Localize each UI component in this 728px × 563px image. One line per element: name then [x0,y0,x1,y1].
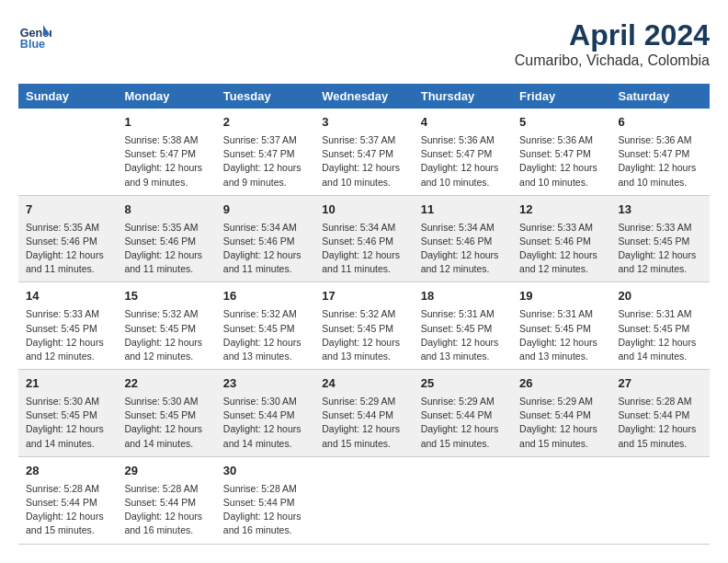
day-number: 1 [124,114,208,132]
calendar-cell [512,456,610,544]
day-number: 26 [519,375,603,393]
logo: General Blue [18,18,51,52]
day-info: Sunrise: 5:28 AMSunset: 5:44 PMDaylight:… [26,482,109,538]
calendar-cell: 20Sunrise: 5:31 AMSunset: 5:45 PMDayligh… [611,282,710,370]
weekday-header: Sunday [18,84,117,109]
day-info: Sunrise: 5:38 AMSunset: 5:47 PMDaylight:… [124,133,208,190]
day-info: Sunrise: 5:34 AMSunset: 5:46 PMDaylight:… [322,221,405,277]
calendar-cell: 15Sunrise: 5:32 AMSunset: 5:45 PMDayligh… [117,282,215,370]
calendar-cell: 12Sunrise: 5:33 AMSunset: 5:46 PMDayligh… [512,195,610,282]
weekday-header: Monday [117,84,215,109]
day-info: Sunrise: 5:33 AMSunset: 5:45 PMDaylight:… [619,221,702,277]
calendar-week-row: 14Sunrise: 5:33 AMSunset: 5:45 PMDayligh… [18,282,710,370]
calendar-cell [611,456,710,544]
page-title: April 2024 [515,18,710,52]
weekday-header: Tuesday [216,84,314,109]
calendar-cell: 23Sunrise: 5:30 AMSunset: 5:44 PMDayligh… [216,370,314,457]
calendar-cell: 27Sunrise: 5:28 AMSunset: 5:44 PMDayligh… [611,370,710,457]
day-number: 25 [421,375,505,393]
day-info: Sunrise: 5:30 AMSunset: 5:45 PMDaylight:… [26,395,109,451]
calendar-cell: 19Sunrise: 5:31 AMSunset: 5:45 PMDayligh… [512,282,610,370]
day-info: Sunrise: 5:29 AMSunset: 5:44 PMDaylight:… [519,395,603,451]
day-number: 29 [124,463,208,480]
calendar-cell: 22Sunrise: 5:30 AMSunset: 5:45 PMDayligh… [117,370,215,457]
day-info: Sunrise: 5:33 AMSunset: 5:46 PMDaylight:… [519,221,603,277]
day-info: Sunrise: 5:32 AMSunset: 5:45 PMDaylight:… [223,307,307,363]
day-number: 27 [619,375,702,393]
day-info: Sunrise: 5:35 AMSunset: 5:46 PMDaylight:… [124,221,208,277]
day-number: 16 [223,288,307,305]
day-number: 19 [519,288,603,305]
day-number: 12 [519,201,603,219]
logo-icon: General Blue [18,18,51,52]
day-info: Sunrise: 5:28 AMSunset: 5:44 PMDaylight:… [124,482,208,538]
day-info: Sunrise: 5:37 AMSunset: 5:47 PMDaylight:… [322,133,405,190]
day-info: Sunrise: 5:33 AMSunset: 5:45 PMDaylight:… [26,307,109,363]
day-number: 23 [223,375,307,393]
calendar-cell: 6Sunrise: 5:36 AMSunset: 5:47 PMDaylight… [611,109,710,195]
day-info: Sunrise: 5:36 AMSunset: 5:47 PMDaylight:… [519,133,603,190]
calendar-cell [314,456,413,544]
day-number: 4 [421,114,505,132]
calendar-cell: 2Sunrise: 5:37 AMSunset: 5:47 PMDaylight… [216,109,314,195]
day-number: 2 [223,114,307,132]
weekday-header: Wednesday [314,84,413,109]
day-number: 9 [223,201,307,219]
calendar-week-row: 21Sunrise: 5:30 AMSunset: 5:45 PMDayligh… [18,370,710,457]
day-info: Sunrise: 5:37 AMSunset: 5:47 PMDaylight:… [223,133,307,190]
day-number: 17 [322,288,405,305]
calendar-cell: 3Sunrise: 5:37 AMSunset: 5:47 PMDaylight… [314,109,413,195]
day-number: 8 [124,201,208,219]
calendar-week-row: 1Sunrise: 5:38 AMSunset: 5:47 PMDaylight… [18,109,710,195]
day-info: Sunrise: 5:36 AMSunset: 5:47 PMDaylight:… [421,133,505,190]
day-info: Sunrise: 5:30 AMSunset: 5:45 PMDaylight:… [124,395,208,451]
day-number: 6 [619,114,702,132]
day-info: Sunrise: 5:31 AMSunset: 5:45 PMDaylight:… [519,307,603,363]
calendar-cell: 28Sunrise: 5:28 AMSunset: 5:44 PMDayligh… [18,456,117,544]
calendar-cell [414,456,512,544]
calendar-cell: 26Sunrise: 5:29 AMSunset: 5:44 PMDayligh… [512,370,610,457]
calendar-cell: 29Sunrise: 5:28 AMSunset: 5:44 PMDayligh… [117,456,215,544]
title-block: April 2024 Cumaribo, Vichada, Colombia [515,18,710,69]
calendar-cell: 9Sunrise: 5:34 AMSunset: 5:46 PMDaylight… [216,195,314,282]
page-subtitle: Cumaribo, Vichada, Colombia [515,52,710,69]
calendar-cell [18,109,117,195]
calendar-week-row: 28Sunrise: 5:28 AMSunset: 5:44 PMDayligh… [18,456,710,544]
calendar-cell: 4Sunrise: 5:36 AMSunset: 5:47 PMDaylight… [414,109,512,195]
day-number: 13 [619,201,702,219]
day-info: Sunrise: 5:28 AMSunset: 5:44 PMDaylight:… [619,395,702,451]
calendar-week-row: 7Sunrise: 5:35 AMSunset: 5:46 PMDaylight… [18,195,710,282]
calendar-cell: 21Sunrise: 5:30 AMSunset: 5:45 PMDayligh… [18,370,117,457]
day-info: Sunrise: 5:32 AMSunset: 5:45 PMDaylight:… [322,307,405,363]
calendar-cell: 11Sunrise: 5:34 AMSunset: 5:46 PMDayligh… [414,195,512,282]
day-number: 18 [421,288,505,305]
weekday-header: Friday [512,84,610,109]
day-number: 21 [26,375,109,393]
day-number: 15 [124,288,208,305]
day-info: Sunrise: 5:30 AMSunset: 5:44 PMDaylight:… [223,395,307,451]
calendar-cell: 25Sunrise: 5:29 AMSunset: 5:44 PMDayligh… [414,370,512,457]
day-number: 11 [421,201,505,219]
day-info: Sunrise: 5:36 AMSunset: 5:47 PMDaylight:… [619,133,702,190]
day-info: Sunrise: 5:29 AMSunset: 5:44 PMDaylight:… [322,395,405,451]
weekday-header: Saturday [611,84,710,109]
day-info: Sunrise: 5:29 AMSunset: 5:44 PMDaylight:… [421,395,505,451]
calendar-cell: 7Sunrise: 5:35 AMSunset: 5:46 PMDaylight… [18,195,117,282]
calendar-table: SundayMondayTuesdayWednesdayThursdayFrid… [18,84,710,545]
day-number: 3 [322,114,405,132]
svg-text:Blue: Blue [20,38,45,51]
calendar-cell: 14Sunrise: 5:33 AMSunset: 5:45 PMDayligh… [18,282,117,370]
day-number: 22 [124,375,208,393]
day-number: 20 [619,288,702,305]
day-info: Sunrise: 5:34 AMSunset: 5:46 PMDaylight:… [223,221,307,277]
weekday-header-row: SundayMondayTuesdayWednesdayThursdayFrid… [18,84,710,109]
day-number: 7 [26,201,109,219]
calendar-cell: 18Sunrise: 5:31 AMSunset: 5:45 PMDayligh… [414,282,512,370]
day-number: 28 [26,463,109,480]
day-info: Sunrise: 5:28 AMSunset: 5:44 PMDaylight:… [223,482,307,538]
day-number: 14 [26,288,109,305]
day-info: Sunrise: 5:32 AMSunset: 5:45 PMDaylight:… [124,307,208,363]
page-header: General Blue April 2024 Cumaribo, Vichad… [18,18,710,69]
calendar-cell: 17Sunrise: 5:32 AMSunset: 5:45 PMDayligh… [314,282,413,370]
calendar-cell: 1Sunrise: 5:38 AMSunset: 5:47 PMDaylight… [117,109,215,195]
